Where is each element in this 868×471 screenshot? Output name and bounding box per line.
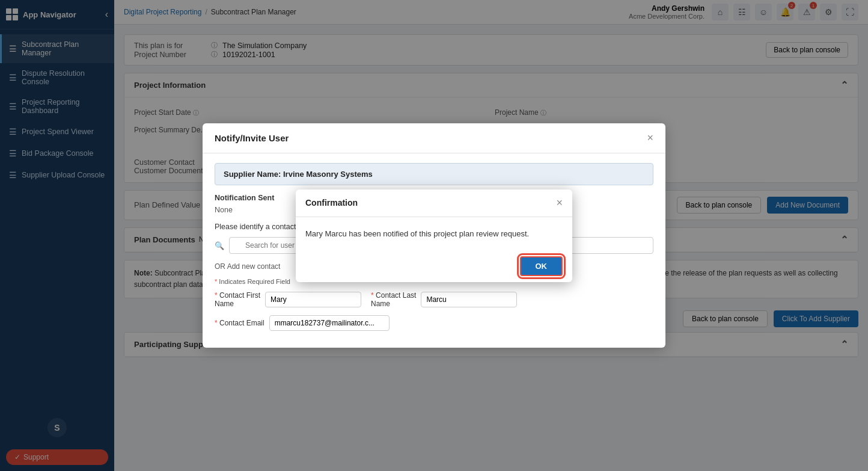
required-star: *	[215, 278, 217, 285]
contact-email-row: * Contact Email	[215, 315, 653, 331]
notify-modal-close-button[interactable]: ×	[647, 132, 653, 144]
contact-last-name-input[interactable]	[421, 292, 517, 307]
supplier-name-bold: Supplier Name	[224, 170, 278, 179]
modal-overlay: Notify/Invite User × Supplier Name: Irvi…	[0, 0, 868, 471]
notify-modal-title: Notify/Invite User	[215, 133, 289, 143]
supplier-name-value: Irvine Masonry Systems	[283, 170, 373, 179]
confirmation-message: Mary Marcu has been notified of this pro…	[305, 229, 529, 238]
contact-last-name-label: * Contact LastName	[371, 291, 416, 308]
confirmation-modal-close-button[interactable]: ×	[556, 197, 563, 209]
notify-modal-header: Notify/Invite User ×	[203, 123, 665, 153]
confirmation-modal-title: Confirmation	[305, 198, 358, 208]
confirmation-modal: Confirmation × Mary Marcu has been notif…	[296, 189, 572, 282]
supplier-name-bar: Supplier Name: Irvine Masonry Systems	[215, 163, 653, 185]
supplier-name-key: Supplier Name:	[224, 170, 283, 179]
confirmation-modal-footer: OK	[296, 250, 572, 282]
contact-email-field: * Contact Email	[215, 315, 390, 331]
confirmation-modal-body: Mary Marcu has been notified of this pro…	[296, 217, 572, 250]
contact-first-name-field: * Contact FirstName	[215, 291, 361, 308]
contact-first-name-label: * Contact FirstName	[215, 291, 260, 308]
confirmation-ok-button[interactable]: OK	[520, 256, 563, 276]
contact-email-label: * Contact Email	[215, 319, 264, 327]
contact-first-name-input[interactable]	[265, 292, 361, 307]
confirmation-modal-header: Confirmation ×	[296, 189, 572, 217]
contact-name-row: * Contact FirstName * Contact LastName	[215, 291, 653, 308]
search-magnifier-icon: 🔍	[215, 241, 224, 250]
contact-email-input[interactable]	[269, 315, 390, 331]
contact-last-name-field: * Contact LastName	[371, 291, 517, 308]
required-note-text: Indicates Required Field	[219, 278, 290, 285]
